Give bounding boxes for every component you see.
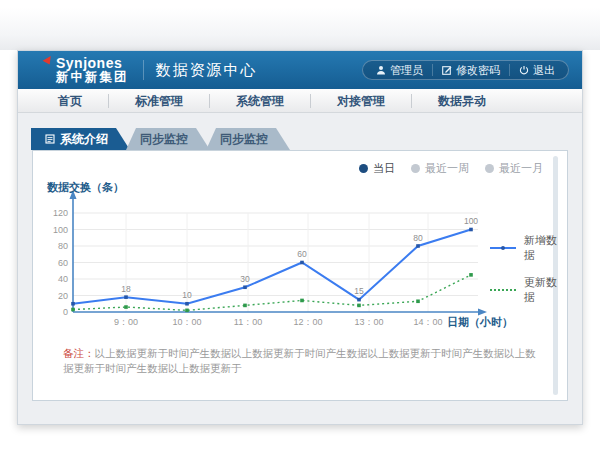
app-header: Synjones 新中新集团 数据资源中心 管理员 修改密码	[18, 51, 582, 89]
range-option-today[interactable]: 当日	[359, 160, 395, 177]
nav-item-data-changes[interactable]: 数据异动	[412, 94, 512, 108]
logout-label: 退出	[533, 63, 555, 78]
change-password-label: 修改密码	[456, 63, 500, 78]
svg-text:日期（小时）: 日期（小时）	[447, 316, 513, 329]
footnote-prefix: 备注：	[63, 347, 95, 359]
range-option-last-month[interactable]: 最近一月	[485, 160, 543, 177]
legend-label: 更新数据	[524, 275, 567, 305]
current-user-button[interactable]: 管理员	[367, 63, 432, 78]
svg-text:14：00: 14：00	[413, 317, 442, 327]
nav-item-interface-management[interactable]: 对接管理	[311, 94, 412, 108]
change-password-button[interactable]: 修改密码	[433, 63, 509, 78]
svg-text:100: 100	[464, 216, 478, 226]
tab-bar: 系统介绍 同步监控 同步监控	[31, 128, 582, 150]
app-window: Synjones 新中新集团 数据资源中心 管理员 修改密码	[17, 50, 583, 425]
logo-main-text: Synjones	[56, 56, 129, 71]
radio-dot-icon	[359, 164, 368, 173]
nav-item-standard-management[interactable]: 标准管理	[109, 94, 210, 108]
legend-line-dotted-icon	[490, 289, 516, 291]
svg-text:80: 80	[413, 233, 423, 243]
svg-text:10: 10	[182, 290, 192, 300]
footnote: 备注：以上数据更新于时间产生数据以上数据更新于时间产生数据以上数据更新于时间产生…	[63, 346, 539, 375]
time-range-selector: 当日 最近一周 最近一月	[33, 151, 567, 177]
logo-sub-text: 新中新集团	[56, 71, 129, 84]
svg-text:数据交换（条）: 数据交换（条）	[46, 181, 124, 194]
svg-text:15: 15	[354, 286, 364, 296]
document-icon	[45, 134, 55, 144]
legend-item-new-data: 新增数据	[490, 233, 567, 263]
tab-system-intro[interactable]: 系统介绍	[31, 128, 130, 150]
page-title: 数据资源中心	[156, 61, 258, 80]
edit-icon	[442, 65, 452, 75]
svg-text:40: 40	[58, 274, 68, 284]
range-option-last-week[interactable]: 最近一周	[411, 160, 469, 177]
header-divider	[143, 60, 144, 80]
svg-text:80: 80	[58, 241, 68, 251]
svg-text:9：00: 9：00	[114, 317, 138, 327]
nav-item-home[interactable]: 首页	[32, 94, 109, 108]
svg-text:120: 120	[53, 208, 68, 218]
range-option-label: 最近一周	[425, 161, 469, 176]
content-panel: 当日 最近一周 最近一月 0204060801001209：0010：0011：…	[32, 150, 568, 401]
radio-dot-icon	[411, 164, 420, 173]
svg-text:60: 60	[297, 249, 307, 259]
page-background-shade	[0, 0, 600, 50]
svg-text:11：00: 11：00	[234, 317, 262, 327]
chart-legend: 新增数据 更新数据	[490, 233, 567, 305]
logout-button[interactable]: 退出	[510, 63, 564, 78]
legend-label: 新增数据	[524, 233, 567, 263]
user-icon	[376, 65, 386, 75]
radio-dot-icon	[485, 164, 494, 173]
svg-text:10：00: 10：00	[172, 317, 201, 327]
tab-label: 系统介绍	[60, 131, 108, 148]
nav-item-system-management[interactable]: 系统管理	[210, 94, 311, 108]
legend-line-solid-icon	[490, 247, 516, 249]
tab-label: 同步监控	[220, 131, 268, 148]
user-toolbar: 管理员 修改密码 退出	[362, 60, 569, 80]
power-icon	[519, 65, 529, 75]
line-chart: 0204060801001209：0010：0011：0012：0013：001…	[45, 177, 567, 336]
svg-text:30: 30	[240, 274, 250, 284]
range-option-label: 最近一月	[499, 161, 543, 176]
tab-sync-monitor-2[interactable]: 同步监控	[206, 128, 290, 150]
logo-spark-icon	[43, 54, 54, 65]
brand-logo: Synjones 新中新集团	[42, 56, 129, 84]
tab-sync-monitor-1[interactable]: 同步监控	[126, 128, 210, 150]
svg-text:13：00: 13：00	[354, 317, 383, 327]
svg-text:12：00: 12：00	[293, 317, 322, 327]
svg-text:60: 60	[58, 258, 68, 268]
current-user-label: 管理员	[390, 63, 423, 78]
legend-item-update-data: 更新数据	[490, 275, 567, 305]
svg-text:100: 100	[53, 225, 68, 235]
tab-label: 同步监控	[140, 131, 188, 148]
svg-text:18: 18	[121, 284, 131, 294]
svg-text:20: 20	[58, 291, 68, 301]
svg-text:0: 0	[63, 307, 68, 317]
main-nav: 首页 标准管理 系统管理 对接管理 数据异动	[18, 89, 582, 113]
footnote-text: 以上数据更新于时间产生数据以上数据更新于时间产生数据以上数据更新于时间产生数据以…	[63, 347, 536, 374]
range-option-label: 当日	[373, 161, 395, 176]
